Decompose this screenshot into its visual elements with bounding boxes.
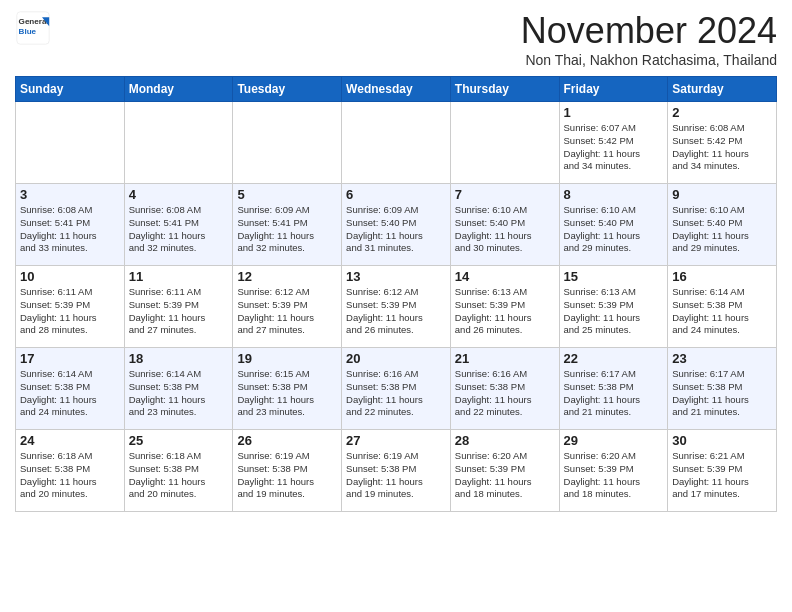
calendar-week-row: 3Sunrise: 6:08 AM Sunset: 5:41 PM Daylig… (16, 184, 777, 266)
calendar-day-cell: 17Sunrise: 6:14 AM Sunset: 5:38 PM Dayli… (16, 348, 125, 430)
day-number: 9 (672, 187, 772, 202)
day-info: Sunrise: 6:10 AM Sunset: 5:40 PM Dayligh… (455, 204, 555, 255)
day-number: 23 (672, 351, 772, 366)
calendar-day-cell (16, 102, 125, 184)
day-info: Sunrise: 6:13 AM Sunset: 5:39 PM Dayligh… (455, 286, 555, 337)
calendar-day-cell: 9Sunrise: 6:10 AM Sunset: 5:40 PM Daylig… (668, 184, 777, 266)
calendar-day-cell: 24Sunrise: 6:18 AM Sunset: 5:38 PM Dayli… (16, 430, 125, 512)
day-info: Sunrise: 6:18 AM Sunset: 5:38 PM Dayligh… (20, 450, 120, 501)
calendar-day-cell: 14Sunrise: 6:13 AM Sunset: 5:39 PM Dayli… (450, 266, 559, 348)
day-number: 7 (455, 187, 555, 202)
day-info: Sunrise: 6:12 AM Sunset: 5:39 PM Dayligh… (346, 286, 446, 337)
day-info: Sunrise: 6:09 AM Sunset: 5:41 PM Dayligh… (237, 204, 337, 255)
day-info: Sunrise: 6:17 AM Sunset: 5:38 PM Dayligh… (672, 368, 772, 419)
calendar-day-cell: 25Sunrise: 6:18 AM Sunset: 5:38 PM Dayli… (124, 430, 233, 512)
calendar-day-cell: 1Sunrise: 6:07 AM Sunset: 5:42 PM Daylig… (559, 102, 668, 184)
day-info: Sunrise: 6:19 AM Sunset: 5:38 PM Dayligh… (237, 450, 337, 501)
day-info: Sunrise: 6:11 AM Sunset: 5:39 PM Dayligh… (20, 286, 120, 337)
day-of-week-header: Monday (124, 77, 233, 102)
subtitle: Non Thai, Nakhon Ratchasima, Thailand (521, 52, 777, 68)
svg-text:Blue: Blue (19, 27, 37, 36)
day-number: 19 (237, 351, 337, 366)
day-number: 25 (129, 433, 229, 448)
day-number: 24 (20, 433, 120, 448)
day-of-week-header: Saturday (668, 77, 777, 102)
day-number: 20 (346, 351, 446, 366)
day-info: Sunrise: 6:12 AM Sunset: 5:39 PM Dayligh… (237, 286, 337, 337)
calendar-day-cell (124, 102, 233, 184)
day-header-row: SundayMondayTuesdayWednesdayThursdayFrid… (16, 77, 777, 102)
day-info: Sunrise: 6:07 AM Sunset: 5:42 PM Dayligh… (564, 122, 664, 173)
calendar-day-cell: 6Sunrise: 6:09 AM Sunset: 5:40 PM Daylig… (342, 184, 451, 266)
day-number: 21 (455, 351, 555, 366)
day-of-week-header: Thursday (450, 77, 559, 102)
day-of-week-header: Friday (559, 77, 668, 102)
logo-icon: General Blue (15, 10, 51, 46)
day-info: Sunrise: 6:14 AM Sunset: 5:38 PM Dayligh… (129, 368, 229, 419)
calendar-week-row: 1Sunrise: 6:07 AM Sunset: 5:42 PM Daylig… (16, 102, 777, 184)
day-number: 3 (20, 187, 120, 202)
day-info: Sunrise: 6:08 AM Sunset: 5:41 PM Dayligh… (20, 204, 120, 255)
calendar-day-cell: 3Sunrise: 6:08 AM Sunset: 5:41 PM Daylig… (16, 184, 125, 266)
calendar-day-cell: 10Sunrise: 6:11 AM Sunset: 5:39 PM Dayli… (16, 266, 125, 348)
day-number: 16 (672, 269, 772, 284)
title-block: November 2024 Non Thai, Nakhon Ratchasim… (521, 10, 777, 68)
day-number: 10 (20, 269, 120, 284)
calendar-day-cell: 20Sunrise: 6:16 AM Sunset: 5:38 PM Dayli… (342, 348, 451, 430)
day-info: Sunrise: 6:21 AM Sunset: 5:39 PM Dayligh… (672, 450, 772, 501)
calendar-day-cell (342, 102, 451, 184)
calendar-day-cell: 27Sunrise: 6:19 AM Sunset: 5:38 PM Dayli… (342, 430, 451, 512)
day-of-week-header: Wednesday (342, 77, 451, 102)
page-header: General Blue November 2024 Non Thai, Nak… (15, 10, 777, 68)
day-info: Sunrise: 6:16 AM Sunset: 5:38 PM Dayligh… (346, 368, 446, 419)
day-number: 27 (346, 433, 446, 448)
calendar-day-cell (450, 102, 559, 184)
calendar-day-cell (233, 102, 342, 184)
day-number: 4 (129, 187, 229, 202)
day-info: Sunrise: 6:15 AM Sunset: 5:38 PM Dayligh… (237, 368, 337, 419)
calendar-day-cell: 28Sunrise: 6:20 AM Sunset: 5:39 PM Dayli… (450, 430, 559, 512)
day-number: 12 (237, 269, 337, 284)
day-number: 11 (129, 269, 229, 284)
calendar-day-cell: 29Sunrise: 6:20 AM Sunset: 5:39 PM Dayli… (559, 430, 668, 512)
calendar-day-cell: 8Sunrise: 6:10 AM Sunset: 5:40 PM Daylig… (559, 184, 668, 266)
day-info: Sunrise: 6:17 AM Sunset: 5:38 PM Dayligh… (564, 368, 664, 419)
calendar-day-cell: 16Sunrise: 6:14 AM Sunset: 5:38 PM Dayli… (668, 266, 777, 348)
day-number: 30 (672, 433, 772, 448)
day-number: 8 (564, 187, 664, 202)
calendar-week-row: 10Sunrise: 6:11 AM Sunset: 5:39 PM Dayli… (16, 266, 777, 348)
day-info: Sunrise: 6:20 AM Sunset: 5:39 PM Dayligh… (564, 450, 664, 501)
calendar-day-cell: 2Sunrise: 6:08 AM Sunset: 5:42 PM Daylig… (668, 102, 777, 184)
day-number: 13 (346, 269, 446, 284)
calendar-day-cell: 5Sunrise: 6:09 AM Sunset: 5:41 PM Daylig… (233, 184, 342, 266)
day-info: Sunrise: 6:18 AM Sunset: 5:38 PM Dayligh… (129, 450, 229, 501)
day-number: 5 (237, 187, 337, 202)
day-number: 28 (455, 433, 555, 448)
calendar-day-cell: 4Sunrise: 6:08 AM Sunset: 5:41 PM Daylig… (124, 184, 233, 266)
month-title: November 2024 (521, 10, 777, 52)
calendar-day-cell: 21Sunrise: 6:16 AM Sunset: 5:38 PM Dayli… (450, 348, 559, 430)
calendar-day-cell: 7Sunrise: 6:10 AM Sunset: 5:40 PM Daylig… (450, 184, 559, 266)
day-info: Sunrise: 6:14 AM Sunset: 5:38 PM Dayligh… (672, 286, 772, 337)
calendar-day-cell: 30Sunrise: 6:21 AM Sunset: 5:39 PM Dayli… (668, 430, 777, 512)
calendar-day-cell: 23Sunrise: 6:17 AM Sunset: 5:38 PM Dayli… (668, 348, 777, 430)
day-of-week-header: Tuesday (233, 77, 342, 102)
day-number: 2 (672, 105, 772, 120)
calendar-table: SundayMondayTuesdayWednesdayThursdayFrid… (15, 76, 777, 512)
calendar-week-row: 24Sunrise: 6:18 AM Sunset: 5:38 PM Dayli… (16, 430, 777, 512)
day-info: Sunrise: 6:10 AM Sunset: 5:40 PM Dayligh… (564, 204, 664, 255)
logo: General Blue (15, 10, 51, 46)
day-info: Sunrise: 6:20 AM Sunset: 5:39 PM Dayligh… (455, 450, 555, 501)
day-info: Sunrise: 6:16 AM Sunset: 5:38 PM Dayligh… (455, 368, 555, 419)
calendar-week-row: 17Sunrise: 6:14 AM Sunset: 5:38 PM Dayli… (16, 348, 777, 430)
calendar-day-cell: 26Sunrise: 6:19 AM Sunset: 5:38 PM Dayli… (233, 430, 342, 512)
day-number: 22 (564, 351, 664, 366)
calendar-day-cell: 15Sunrise: 6:13 AM Sunset: 5:39 PM Dayli… (559, 266, 668, 348)
calendar-day-cell: 13Sunrise: 6:12 AM Sunset: 5:39 PM Dayli… (342, 266, 451, 348)
calendar-header: SundayMondayTuesdayWednesdayThursdayFrid… (16, 77, 777, 102)
day-info: Sunrise: 6:11 AM Sunset: 5:39 PM Dayligh… (129, 286, 229, 337)
day-number: 1 (564, 105, 664, 120)
day-number: 29 (564, 433, 664, 448)
day-info: Sunrise: 6:10 AM Sunset: 5:40 PM Dayligh… (672, 204, 772, 255)
day-number: 6 (346, 187, 446, 202)
